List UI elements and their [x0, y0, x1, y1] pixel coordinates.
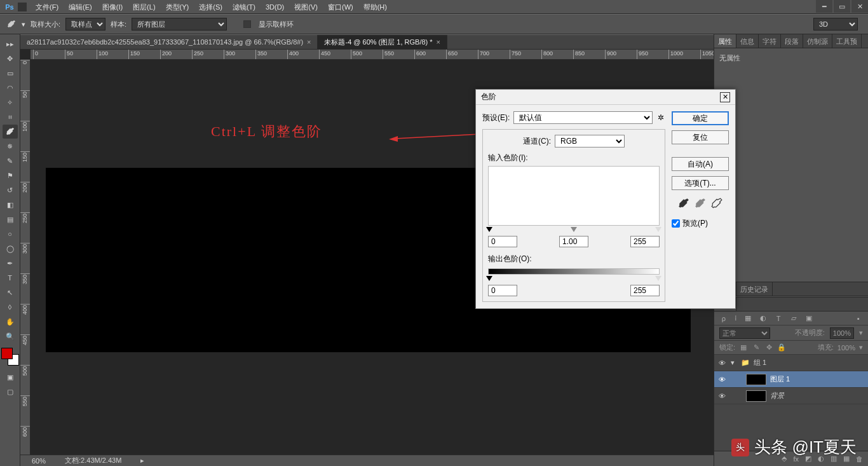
menu-item[interactable]: 图像(I) — [97, 0, 128, 14]
layer-row[interactable]: 👁▾📁组 1 — [714, 355, 868, 371]
menu-item[interactable]: 视图(V) — [289, 0, 323, 14]
crop-tool[interactable]: ⌗ — [3, 110, 18, 124]
output-slider[interactable] — [488, 276, 660, 282]
blend-mode-select[interactable]: 正常 — [719, 327, 770, 339]
blur-tool[interactable]: ○ — [3, 227, 18, 241]
marquee-tool[interactable]: ▭ — [3, 66, 18, 80]
input-gamma-field[interactable] — [559, 236, 588, 247]
menu-item[interactable]: 编辑(E) — [64, 0, 97, 14]
dialog-close-button[interactable]: ✕ — [720, 92, 730, 102]
preset-select[interactable]: 默认值 — [513, 111, 653, 124]
menu-item[interactable]: 文件(F) — [31, 0, 64, 14]
visibility-icon[interactable]: 👁 — [717, 359, 727, 367]
auto-button[interactable]: 自动(A) — [672, 157, 729, 171]
layer-row[interactable]: 👁背景 — [714, 388, 868, 404]
eyedropper-tool[interactable] — [3, 125, 18, 139]
menu-item[interactable]: 窗口(W) — [323, 0, 358, 14]
filter-pixel-icon[interactable]: ▦ — [743, 314, 752, 322]
wand-tool[interactable]: ✧ — [3, 95, 18, 109]
output-white-field[interactable] — [630, 285, 660, 296]
input-white-field[interactable] — [630, 236, 660, 247]
tab-close-icon[interactable]: × — [307, 38, 311, 46]
input-slider[interactable] — [488, 227, 660, 233]
pen-tool[interactable]: ✒ — [3, 256, 18, 270]
ok-button[interactable]: 确定 — [672, 111, 729, 125]
menu-item[interactable]: 帮助(H) — [358, 0, 392, 14]
path-tool[interactable]: ↖ — [3, 285, 18, 299]
show-ring-check[interactable] — [243, 20, 251, 28]
type-tool[interactable]: T — [3, 271, 18, 285]
visibility-icon[interactable]: 👁 — [717, 392, 727, 400]
minimize-button[interactable]: ━ — [816, 0, 832, 13]
filter-kind-icon[interactable]: ρ — [719, 315, 728, 322]
preview-check[interactable] — [672, 219, 680, 228]
menu-item[interactable]: 选择(S) — [194, 0, 227, 14]
channel-select[interactable]: RGB — [555, 135, 625, 147]
screenmode-tool[interactable]: ▢ — [3, 385, 18, 399]
black-eyedropper-icon[interactable] — [678, 198, 689, 209]
filter-type-icon[interactable]: T — [774, 315, 783, 322]
white-eyedropper-icon[interactable] — [711, 198, 722, 209]
panel-tab[interactable]: 段落 — [781, 34, 803, 48]
gradient-tool[interactable]: ▤ — [3, 212, 18, 226]
menu-item[interactable]: 图层(L) — [128, 0, 160, 14]
input-black-field[interactable] — [488, 236, 517, 247]
lock-all-icon[interactable]: 🔒 — [777, 343, 786, 352]
lasso-tool[interactable]: ◠ — [3, 81, 18, 95]
panel-tab[interactable]: 属性 — [714, 34, 736, 48]
filter-shape-icon[interactable]: ▱ — [789, 314, 798, 322]
sample-layers-select[interactable]: 所有图层 — [132, 18, 227, 31]
filter-smart-icon[interactable]: ▣ — [804, 314, 813, 322]
maximize-button[interactable]: ▭ — [834, 0, 850, 13]
heal-tool[interactable]: ✵ — [3, 139, 18, 153]
output-black-field[interactable] — [488, 285, 517, 296]
stamp-tool[interactable]: ⚑ — [3, 168, 18, 182]
doc-icon — [18, 3, 27, 11]
input-levels-label: 输入色阶(I): — [488, 153, 660, 163]
menu-item[interactable]: 滤镜(T) — [227, 0, 261, 14]
lock-paint-icon[interactable]: ✎ — [752, 343, 761, 352]
filter-toggle[interactable]: ▪ — [854, 315, 863, 322]
layer-filter-row: ρ⁞ ▦ ◐ T ▱ ▣ ▪ — [714, 312, 868, 326]
move-tool[interactable]: ✥ — [3, 51, 18, 65]
menu-item[interactable]: 3D(D) — [261, 0, 289, 14]
document-tab[interactable]: a28117ac91032c7eb6bdb2c42555ea83_9173330… — [20, 35, 318, 49]
dodge-tool[interactable]: ◯ — [3, 242, 18, 256]
panel-tab[interactable]: 工具预 — [832, 34, 862, 48]
panel-tab[interactable]: 字符 — [759, 34, 781, 48]
trash-icon[interactable]: 🗑 — [856, 455, 863, 463]
filter-adjust-icon[interactable]: ◐ — [759, 314, 768, 322]
arrange-icon[interactable]: ▸▸ — [3, 37, 18, 51]
hand-tool[interactable]: ✋ — [3, 315, 18, 329]
lock-trans-icon[interactable]: ▦ — [739, 343, 748, 352]
gray-eyedropper-icon[interactable] — [695, 198, 706, 209]
opacity-value[interactable]: 100% — [830, 327, 854, 339]
cancel-button[interactable]: 复位 — [672, 130, 729, 144]
watermark: 头 头条 @IT夏天 — [731, 436, 857, 458]
workspace-select[interactable]: 3D — [813, 18, 858, 31]
lock-pos-icon[interactable]: ✥ — [764, 343, 773, 352]
close-button[interactable]: ✕ — [851, 0, 868, 13]
panel-tab[interactable]: 历史记录 — [736, 282, 773, 296]
panel-tab[interactable]: 信息 — [736, 34, 759, 48]
sample-size-select[interactable]: 取样点 — [65, 18, 105, 31]
preset-gear-icon[interactable]: ✲ — [656, 113, 665, 122]
tab-close-icon[interactable]: × — [437, 38, 440, 46]
zoom-tool[interactable]: 🔍 — [3, 329, 18, 343]
ps-logo: Ps — [3, 0, 17, 14]
panel-tab[interactable]: 仿制源 — [803, 34, 832, 48]
eraser-tool[interactable]: ◧ — [3, 198, 18, 212]
sample-label: 样本: — [111, 20, 126, 29]
zoom-level[interactable]: 60% — [32, 457, 46, 465]
fill-value[interactable]: 100% — [837, 344, 855, 352]
quickmask-tool[interactable]: ▣ — [3, 370, 18, 384]
visibility-icon[interactable]: 👁 — [717, 376, 727, 383]
history-brush-tool[interactable]: ↺ — [3, 183, 18, 197]
menu-item[interactable]: 类型(Y) — [161, 0, 194, 14]
layer-row[interactable]: 👁图层 1 — [714, 371, 868, 388]
shape-tool[interactable]: ◊ — [3, 300, 18, 314]
document-tab[interactable]: 未标题-4 @ 60% (图层 1, RGB/8) *× — [318, 35, 447, 49]
color-swatches[interactable] — [1, 348, 19, 366]
brush-tool[interactable]: ✎ — [3, 154, 18, 168]
options-button[interactable]: 选项(T)... — [672, 176, 729, 190]
